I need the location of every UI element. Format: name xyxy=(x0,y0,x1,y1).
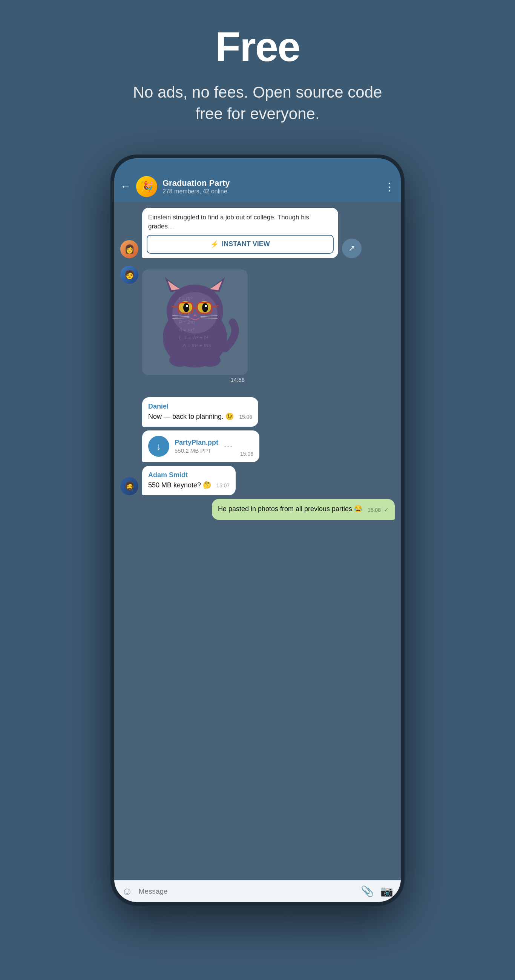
avatar: 🧑 xyxy=(120,266,139,284)
hero-subtitle: No ads, no fees. Open source code free f… xyxy=(126,82,389,124)
math-background: t = πr² A = V = l² P = 2πr A = πr² L s =… xyxy=(142,269,248,375)
text-content: 550 MB keynote? 🤔 xyxy=(148,481,211,489)
message-input[interactable] xyxy=(139,887,355,896)
sticker-time: 14:58 xyxy=(227,375,248,385)
link-text: Einstein struggled to find a job out of … xyxy=(142,208,338,235)
chat-header: ← 🎉 Graduation Party 278 members, 42 onl… xyxy=(114,172,401,202)
chat-name: Graduation Party xyxy=(163,178,379,188)
input-right-icons: 📎 📷 xyxy=(361,885,393,897)
message-text: Now — back to planning. 😉 15:06 xyxy=(148,412,252,422)
table-row: 👩 Einstein struggled to find a job out o… xyxy=(120,208,395,258)
time-value: 15:08 xyxy=(368,507,381,513)
phone-shell: ← 🎉 Graduation Party 278 members, 42 onl… xyxy=(110,154,405,906)
group-avatar: 🎉 xyxy=(136,176,157,197)
camera-button[interactable]: 📷 xyxy=(380,885,393,897)
avatar: 👩 xyxy=(120,240,139,258)
message-bubble: Adam Smidt 550 MB keynote? 🤔 15:07 xyxy=(142,466,236,495)
message-time: 15:08 ✓ xyxy=(368,506,389,514)
text-content: He pasted in photos from all previous pa… xyxy=(218,505,362,512)
share-button[interactable]: ↗ xyxy=(342,239,362,258)
sticker-image: t = πr² A = V = l² P = 2πr A = πr² L s =… xyxy=(142,269,248,375)
message-time: 15:06 xyxy=(239,414,252,421)
instant-view-button[interactable]: ⚡ INSTANT VIEW xyxy=(147,235,334,254)
text-content: Now — back to planning. 😉 xyxy=(148,413,234,420)
table-row: 🧔 Adam Smidt 550 MB keynote? 🤔 15:07 xyxy=(120,466,395,495)
message-bubble: Daniel Now — back to planning. 😉 15:06 xyxy=(142,397,258,427)
table-row: 🧑 t = πr² A = V = l² P = 2πr A = πr² L s… xyxy=(120,266,395,388)
own-message-bubble: He pasted in photos from all previous pa… xyxy=(212,499,395,519)
message-text: 550 MB keynote? 🤔 15:07 xyxy=(148,480,230,490)
message-time: 15:07 xyxy=(217,482,230,490)
chat-members: 278 members, 42 online xyxy=(163,188,379,195)
lightning-icon: ⚡ xyxy=(210,240,218,248)
check-icon: ✓ xyxy=(384,507,389,513)
table-row: ↓ PartyPlan.ppt 550.2 MB PPT ⋯ 15:06 xyxy=(120,430,395,462)
avatar: 🧔 xyxy=(120,477,139,495)
emoji-button[interactable]: ☺ xyxy=(122,885,133,897)
download-button[interactable]: ↓ xyxy=(148,436,169,457)
more-button[interactable]: ⋮ xyxy=(384,181,395,193)
table-row: Daniel Now — back to planning. 😉 15:06 xyxy=(120,397,395,427)
file-time: 15:06 xyxy=(240,451,254,457)
file-size: 550.2 MB PPT xyxy=(175,447,218,454)
instant-view-label: INSTANT VIEW xyxy=(222,240,270,248)
chat-area: 👩 Einstein struggled to find a job out o… xyxy=(114,202,401,880)
sender-name: Adam Smidt xyxy=(148,471,230,479)
attach-button[interactable]: 📎 xyxy=(361,885,374,897)
file-bubble: ↓ PartyPlan.ppt 550.2 MB PPT ⋯ 15:06 xyxy=(142,430,259,462)
sender-name: Daniel xyxy=(148,402,252,410)
back-button[interactable]: ← xyxy=(120,181,131,192)
phone-inner: ← 🎉 Graduation Party 278 members, 42 onl… xyxy=(114,158,401,902)
hero-title: Free xyxy=(215,22,300,70)
link-bubble: Einstein struggled to find a job out of … xyxy=(142,208,338,258)
message-text: He pasted in photos from all previous pa… xyxy=(218,504,389,514)
table-row: He pasted in photos from all previous pa… xyxy=(120,499,395,519)
input-bar: ☺ 📎 📷 xyxy=(114,880,401,902)
sticker-container: t = πr² A = V = l² P = 2πr A = πr² L s =… xyxy=(142,266,248,388)
file-info: PartyPlan.ppt 550.2 MB PPT xyxy=(175,439,218,454)
status-bar xyxy=(114,158,401,172)
file-name: PartyPlan.ppt xyxy=(175,439,218,447)
file-more-button[interactable]: ⋯ xyxy=(223,441,233,452)
chat-info: Graduation Party 278 members, 42 online xyxy=(163,178,379,195)
